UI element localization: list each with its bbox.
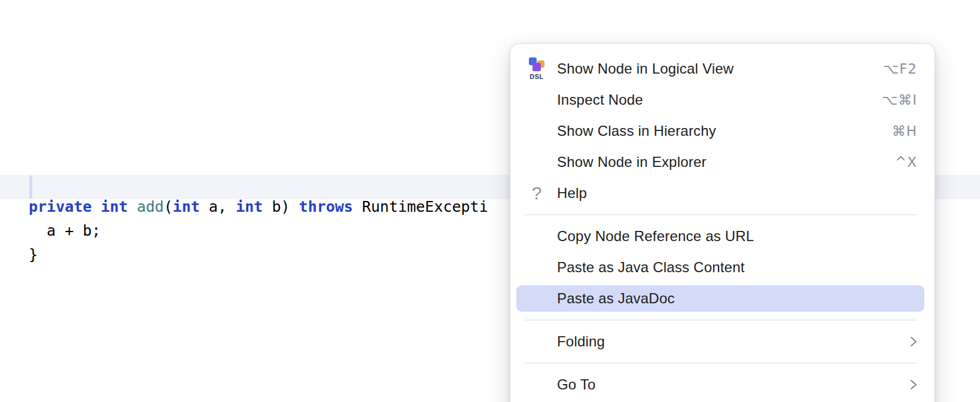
menu-item-shortcut: ⌥F2 [883, 61, 917, 77]
menu-item-shortcut: ⌘H [892, 123, 917, 139]
icon-spacer [525, 150, 549, 174]
menu-item-paste-as-java-class-content[interactable]: Paste as Java Class Content [516, 254, 924, 281]
menu-item-folding[interactable]: Folding [516, 328, 924, 355]
menu-item-label: Show Class in Hierarchy [557, 123, 892, 139]
menu-item-show-node-in-explorer[interactable]: Show Node in Explorer^X [516, 149, 924, 175]
chevron-right-icon [910, 336, 917, 348]
code-token: int [236, 198, 263, 215]
code-token: a + b; [29, 222, 101, 239]
menu-item-label: Show Node in Explorer [557, 154, 895, 170]
code-block[interactable]: private int add(int a, int b) throws Run… [29, 195, 488, 267]
code-token: } [29, 246, 38, 263]
menu-item-label: Help [557, 185, 917, 202]
menu-separator [525, 319, 917, 321]
code-token: b) [263, 198, 299, 215]
screen: private int add(int a, int b) throws Run… [0, 0, 980, 402]
question-mark-glyph: ? [532, 184, 542, 202]
dsl-icon-label: DSL [527, 73, 546, 80]
menu-item-label: Paste as JavaDoc [557, 290, 917, 307]
chevron-right-icon [910, 379, 917, 391]
menu-item-label: Inspect Node [557, 92, 882, 108]
menu-separator [525, 363, 917, 364]
code-token: throws [299, 198, 353, 215]
menu-item-inspect-node[interactable]: Inspect Node⌥⌘I [516, 87, 924, 113]
menu-item-go-to[interactable]: Go To [516, 371, 924, 398]
dsl-icon-glyph: DSL [527, 57, 546, 80]
code-token: a, [200, 198, 236, 215]
menu-item-paste-as-javadoc[interactable]: Paste as JavaDoc [516, 285, 924, 312]
menu-item-copy-node-reference-as-url[interactable]: Copy Node Reference as URL [516, 223, 924, 249]
icon-spacer [525, 373, 549, 397]
menu-item-label: Folding [557, 333, 910, 350]
help-icon: ? [525, 181, 549, 205]
code-line[interactable]: a + b; [29, 219, 488, 243]
icon-spacer [525, 330, 549, 354]
code-token: ( [164, 198, 173, 215]
code-token [92, 198, 101, 215]
code-token: RuntimeExcepti [353, 198, 488, 215]
menu-item-label: Copy Node Reference as URL [557, 228, 917, 245]
menu-item-help[interactable]: ?Help [516, 180, 924, 206]
menu-item-label: Show Node in Logical View [557, 60, 883, 77]
icon-spacer [525, 119, 549, 143]
code-line[interactable]: private int add(int a, int b) throws Run… [29, 195, 488, 219]
menu-item-label: Paste as Java Class Content [557, 259, 917, 276]
menu-item-shortcut: ^X [895, 154, 917, 170]
context-menu: DSLShow Node in Logical View⌥F2Inspect N… [510, 43, 935, 402]
code-token: int [173, 198, 200, 215]
icon-spacer [525, 255, 549, 279]
menu-item-label: Go To [557, 376, 910, 393]
icon-spacer [525, 224, 549, 248]
code-token: add [137, 198, 164, 215]
dsl-icon: DSL [525, 57, 549, 81]
icon-spacer [525, 287, 549, 310]
code-line[interactable]: } [29, 243, 488, 267]
code-token [128, 198, 137, 215]
menu-item-shortcut: ⌥⌘I [882, 92, 917, 108]
code-token: int [101, 198, 127, 215]
icon-spacer [525, 88, 549, 112]
menu-item-show-class-in-hierarchy[interactable]: Show Class in Hierarchy⌘H [516, 118, 924, 144]
code-token: private [29, 198, 92, 215]
menu-separator [525, 214, 917, 215]
menu-item-show-node-in-logical-view[interactable]: DSLShow Node in Logical View⌥F2 [516, 56, 924, 82]
